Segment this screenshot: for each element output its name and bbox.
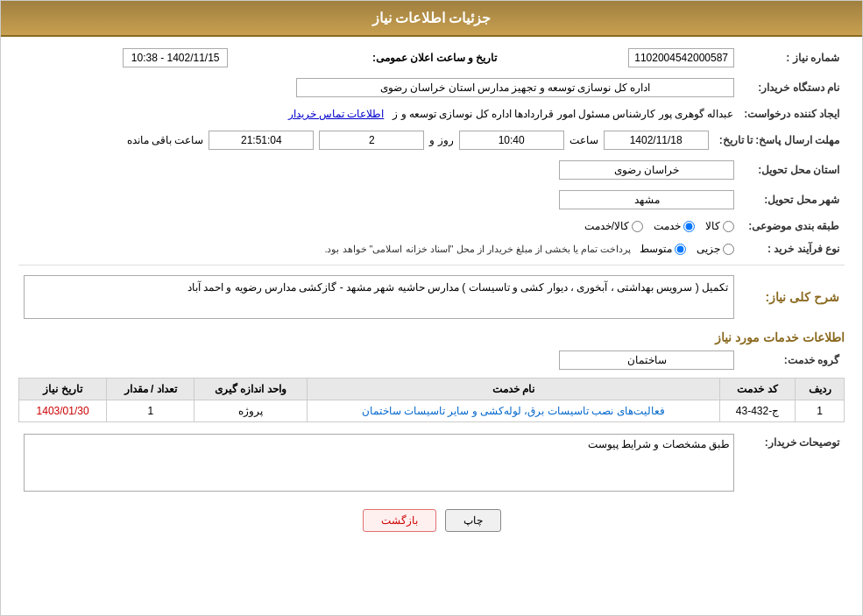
buyer-name-label: نام دستگاه خریدار: [739,75,845,100]
deadline-time-label: ساعت [569,134,598,146]
process-note: پرداخت تمام یا بخشی از مبلغ خریدار از مح… [324,244,631,255]
cell-service-name: فعالیت‌های نصب تاسیسات برق، لوله‌کشی و س… [307,400,719,422]
need-number-value: 1102004542000587 [523,46,739,70]
page-title: جزئیات اطلاعات نیاز [372,11,492,25]
deadline-label: مهلت ارسال پاسخ: تا تاریخ: [714,128,845,152]
back-button[interactable]: بازگشت [363,509,436,532]
col-service-name: نام خدمت [307,379,719,400]
announce-datetime-label: تاریخ و ساعت اعلان عمومی: [233,46,523,70]
col-row-num: ردیف [796,379,845,400]
process-radio-group: جزیی متوسط [640,243,734,255]
deadline-remaining: 21:51:04 [209,131,314,150]
creator-value: عبداله گوهری پور کارشناس مسئول امور قرار… [18,105,739,123]
category-kala-khedmat[interactable]: کالا/خدمت [584,220,643,232]
description-label: شرح کلی نیاز: [739,273,845,322]
services-section-title: اطلاعات خدمات مورد نیاز [18,330,845,344]
city-value: مشهد [18,188,739,212]
cell-row-num: 1 [796,400,845,422]
buyer-description-label: توصیحات خریدار: [739,431,845,497]
col-date: تاریخ نیاز [19,379,107,400]
col-unit: واحد اندازه گیری [195,379,307,400]
buyer-description-textarea[interactable] [24,434,734,492]
buyer-name-value: اداره کل نوسازی توسعه و تجهیز مدارس استا… [18,75,739,100]
deadline-day-label: روز و [429,134,453,146]
process-jozyi[interactable]: جزیی [697,243,734,255]
group-label: گروه خدمت: [739,348,845,372]
deadline-time: 10:40 [459,131,564,150]
category-khedmat[interactable]: خدمت [654,220,695,232]
group-value: ساختمان [559,350,734,370]
cell-unit: پروژه [195,400,307,422]
col-quantity: تعداد / مقدار [107,379,195,400]
col-service-code: کد خدمت [719,379,795,400]
need-number-label: شماره نیاز : [739,46,845,70]
cell-service-code: ج-432-43 [719,400,795,422]
city-label: شهر محل تحویل: [739,188,845,212]
cell-quantity: 1 [107,400,195,422]
deadline-days: 2 [319,131,424,150]
creator-label: ایجاد کننده درخواست: [739,105,845,123]
province-value: خراسان رضوی [18,158,739,182]
page-header: جزئیات اطلاعات نیاز [1,1,862,37]
category-kala[interactable]: کالا [705,220,734,232]
cell-date: 1403/01/30 [19,400,107,422]
category-radio-group: کالا خدمت کالا/خدمت [24,220,734,232]
buttons-row: چاپ بازگشت [18,509,845,532]
deadline-date: 1402/11/18 [604,131,709,150]
process-label: نوع فرآیند خرید : [739,240,845,258]
table-row: 1 ج-432-43 فعالیت‌های نصب تاسیسات برق، ل… [19,400,845,422]
deadline-remaining-label: ساعت باقی مانده [127,134,204,146]
category-label: طبقه بندی موضوعی: [739,217,845,235]
services-table: ردیف کد خدمت نام خدمت واحد اندازه گیری ت… [18,378,845,422]
description-value: تکمیل ( سرویس بهداشتی ، آبخوری ، دیوار ک… [24,275,734,319]
process-motavasset[interactable]: متوسط [640,243,686,255]
announce-datetime-value: 1402/11/15 - 10:38 [18,46,233,70]
province-label: استان محل تحویل: [739,158,845,182]
print-button[interactable]: چاپ [445,509,501,532]
creator-contact-link[interactable]: اطلاعات تماس خریدار [288,108,385,120]
